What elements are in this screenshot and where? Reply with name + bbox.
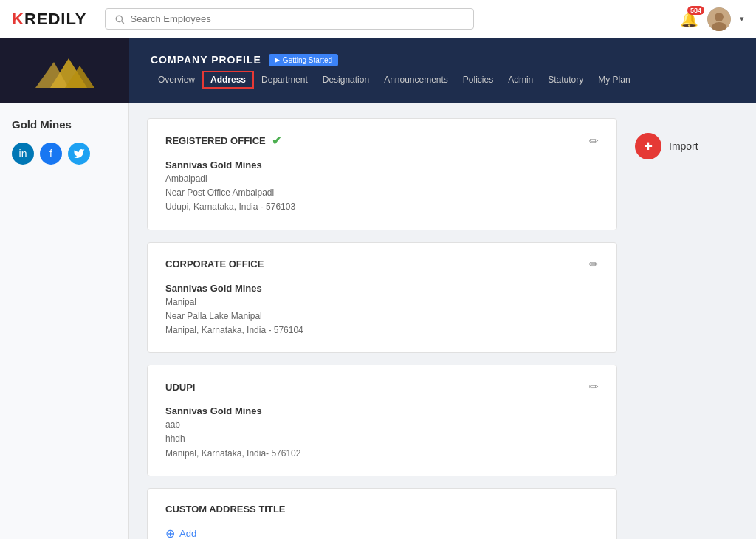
sub-nav-item-address[interactable]: Address: [202, 71, 254, 89]
logo-k: K: [12, 10, 24, 28]
address-card-registered: REGISTERED OFFICE ✔ ✏ Sannivas Gold Mine…: [147, 118, 617, 230]
address-company-name: Sannivas Gold Mines: [165, 405, 599, 416]
sidebar-company-name: Gold Mines: [12, 118, 117, 131]
company-profile-label: COMPANY PROFILE ▶ Getting Started: [151, 54, 638, 66]
address-line1: Manipal: [165, 295, 599, 309]
import-label: Import: [669, 140, 698, 152]
twitter-bird-icon: [73, 148, 85, 159]
address-card-corporate: CORPORATE OFFICE ✏ Sannivas Gold Mines M…: [147, 242, 617, 354]
sub-nav-item-admin[interactable]: Admin: [501, 72, 540, 88]
nav-right: 🔔 584 ▾: [680, 7, 744, 31]
social-icons: in f: [12, 143, 117, 165]
add-label: Add: [179, 528, 196, 539]
company-logo-inner: [0, 38, 129, 103]
import-button[interactable]: + Import: [635, 133, 738, 159]
address-line2: Near Palla Lake Manipal: [165, 309, 599, 323]
address-card-header: CORPORATE OFFICE ✏: [165, 258, 599, 271]
svg-rect-8: [28, 88, 102, 95]
address-line3: Manipal, Karnataka, India - 576104: [165, 323, 599, 337]
cards-column: REGISTERED OFFICE ✔ ✏ Sannivas Gold Mine…: [147, 118, 617, 539]
address-line3: Manipal, Karnataka, India- 576102: [165, 447, 599, 461]
notification-bell[interactable]: 🔔 584: [680, 10, 698, 28]
right-panel: + Import: [635, 118, 738, 159]
search-input[interactable]: [131, 13, 464, 24]
social-linkedin-icon[interactable]: in: [12, 143, 34, 165]
address-card-title: CORPORATE OFFICE: [165, 258, 264, 270]
address-card-custom: CUSTOM ADDRESS TITLE ⊕ Add: [147, 488, 617, 539]
edit-icon[interactable]: ✏: [589, 380, 599, 394]
address-line2: hhdh: [165, 432, 599, 446]
sub-nav-item-overview[interactable]: Overview: [151, 72, 202, 88]
sub-nav-item-announcements[interactable]: Announcements: [377, 72, 456, 88]
address-card-title: CUSTOM ADDRESS TITLE: [165, 504, 286, 515]
sub-nav-item-my_plan[interactable]: My Plan: [591, 72, 637, 88]
address-card-header: CUSTOM ADDRESS TITLE: [165, 504, 599, 515]
search-icon: [114, 14, 125, 24]
sidebar: Gold Mines in f: [0, 103, 129, 539]
sub-nav-item-policies[interactable]: Policies: [456, 72, 501, 88]
notification-badge: 584: [687, 6, 704, 15]
logo-text: KREDILY: [12, 10, 87, 29]
address-company-name: Sannivas Gold Mines: [165, 159, 599, 171]
company-logo-mountain: [28, 47, 102, 95]
logo: KREDILY: [12, 10, 87, 29]
svg-point-0: [116, 16, 122, 21]
address-card-title: UDUPI: [165, 382, 195, 393]
logo-rest: REDILY: [24, 10, 87, 28]
main-layout: Gold Mines in f REGISTERED OFFICE ✔ ✏ Sa…: [0, 103, 756, 539]
company-logo-box: [0, 38, 129, 103]
verified-icon: ✔: [272, 134, 281, 148]
address-card-udupi: UDUPI ✏ Sannivas Gold Mines aab hhdh Man…: [147, 365, 617, 476]
address-company-name: Sannivas Gold Mines: [165, 283, 599, 294]
address-line3: Udupi, Karnataka, India - 576103: [165, 200, 599, 214]
address-line1: aab: [165, 418, 599, 432]
add-circle-icon: ⊕: [165, 526, 175, 539]
company-profile-text: COMPANY PROFILE: [151, 54, 261, 66]
address-card-header: REGISTERED OFFICE ✔ ✏: [165, 134, 599, 148]
sub-nav-item-department[interactable]: Department: [254, 72, 315, 88]
sub-nav: OverviewAddressDepartmentDesignationAnno…: [151, 71, 638, 89]
social-facebook-icon[interactable]: f: [40, 143, 62, 165]
sub-nav-item-statutory[interactable]: Statutory: [540, 72, 591, 88]
getting-started-label: Getting Started: [283, 56, 332, 64]
play-icon: ▶: [275, 56, 280, 63]
address-line1: Ambalpadi: [165, 172, 599, 186]
company-info: COMPANY PROFILE ▶ Getting Started Overvi…: [133, 54, 638, 89]
address-line2: Near Post Office Ambalpadi: [165, 186, 599, 200]
add-address-link[interactable]: ⊕ Add: [165, 526, 599, 539]
edit-icon[interactable]: ✏: [589, 134, 599, 148]
getting-started-button[interactable]: ▶ Getting Started: [269, 54, 338, 66]
social-twitter-icon[interactable]: [68, 143, 90, 165]
avatar-icon: [707, 7, 731, 31]
top-navbar: KREDILY 🔔 584 ▾: [0, 0, 756, 38]
profile-dropdown-chevron[interactable]: ▾: [740, 14, 744, 24]
address-card-title: REGISTERED OFFICE ✔: [165, 134, 281, 148]
company-header: COMPANY PROFILE ▶ Getting Started Overvi…: [0, 38, 756, 103]
sub-nav-item-designation[interactable]: Designation: [315, 72, 377, 88]
edit-icon[interactable]: ✏: [589, 258, 599, 271]
avatar[interactable]: [707, 7, 731, 31]
content-import-layout: REGISTERED OFFICE ✔ ✏ Sannivas Gold Mine…: [129, 103, 756, 539]
svg-line-1: [121, 21, 123, 23]
import-plus-icon: +: [635, 133, 662, 159]
address-card-header: UDUPI ✏: [165, 380, 599, 394]
search-bar: [105, 8, 474, 30]
svg-point-3: [715, 13, 724, 21]
